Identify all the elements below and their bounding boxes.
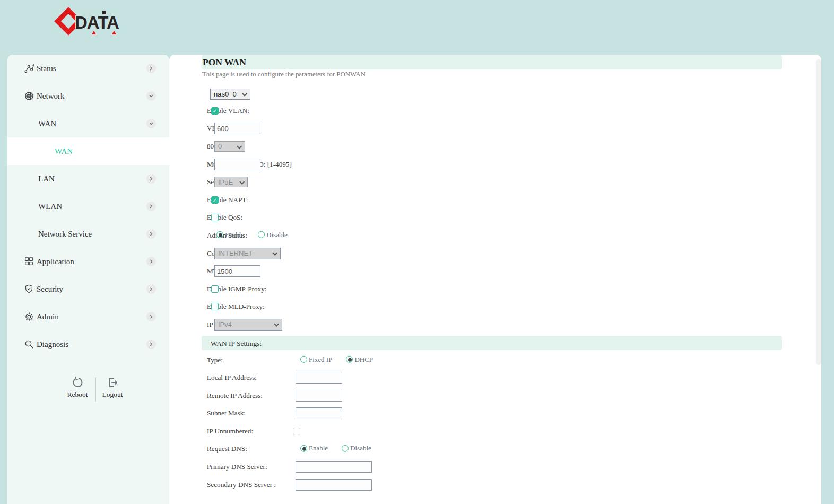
chevron-down-icon	[239, 179, 245, 185]
radio-icon	[258, 231, 265, 238]
enable-vlan-checkbox[interactable]: ✓	[211, 107, 219, 115]
reboot-button[interactable]: Reboot	[59, 376, 96, 399]
chevron-right-icon[interactable]	[146, 64, 156, 73]
sidebar-item-lan-l2[interactable]: LAN	[7, 165, 169, 193]
sidebar-item-label: Admin	[37, 312, 59, 321]
sidebar-item-label: Network	[37, 92, 65, 101]
chevron-right-icon[interactable]	[146, 257, 156, 266]
enable-napt-checkbox[interactable]: ✓	[211, 196, 219, 204]
mtu-input[interactable]	[214, 265, 260, 277]
sidebar-item-label: WLAN	[38, 202, 62, 211]
radio-label: Fixed IP	[309, 355, 332, 363]
type-radio-fixed-ip[interactable]: Fixed IP	[300, 355, 332, 363]
sidebar-item-application[interactable]: Application	[7, 248, 169, 275]
chevron-right-icon[interactable]	[146, 229, 156, 239]
vlan-id-input[interactable]	[214, 123, 260, 134]
sidebar-item-wlan-l2[interactable]: WLAN	[7, 193, 169, 220]
globe-icon	[24, 91, 34, 101]
radio-icon	[300, 356, 307, 363]
chevron-down-icon[interactable]	[146, 119, 156, 128]
sidebar-item-admin[interactable]: Admin	[7, 303, 169, 331]
radio-selected-icon	[300, 445, 307, 452]
logout-button[interactable]: Logout	[94, 376, 131, 399]
field-row-multicast-vlan-id-1-4095: Multicast VLAN ID: [1-4095]	[169, 155, 821, 173]
cdata-logo: DATA	[57, 6, 126, 37]
subnet-mask-input[interactable]	[296, 407, 342, 419]
sidebar-item-label: Security	[37, 285, 63, 294]
radio-icon	[342, 445, 349, 452]
interface-select[interactable]: nas0_0	[210, 89, 250, 100]
field-row-local-ip-address: Local IP Address:	[169, 369, 821, 387]
chevron-down-icon[interactable]	[146, 91, 156, 101]
field-row-vlan-id: VLAN ID:	[169, 120, 821, 138]
field-row-802-1p-mark: 802.1p_Mark0	[169, 137, 821, 155]
page-header: DATA	[0, 0, 834, 55]
wan-ip-form: Type:Fixed IPDHCPLocal IP Address:Remote…	[169, 351, 821, 494]
field-row-connection-type: Connection Type:INTERNET	[169, 245, 821, 263]
sidebar-item-wan-l3[interactable]: WAN	[7, 137, 169, 165]
logo-text: DATA	[75, 13, 119, 33]
chevron-right-icon[interactable]	[146, 202, 156, 211]
enable-mld-proxy-checkbox[interactable]	[211, 303, 219, 310]
radio-label: Enable	[225, 231, 244, 239]
field-label: Secondary DNS Server :	[207, 481, 276, 489]
field-row-mtu: MTU:	[169, 262, 821, 280]
sidebar-item-security[interactable]: Security	[7, 275, 169, 303]
local-ip-address-input[interactable]	[296, 372, 342, 384]
select-value: 0	[218, 142, 222, 150]
chevron-right-icon[interactable]	[146, 284, 156, 294]
field-row-enable-igmp-proxy: Enable IGMP-Proxy:	[169, 280, 821, 298]
sidebar-item-wan-l2[interactable]: WAN	[7, 110, 169, 137]
grid-icon	[24, 256, 34, 267]
radio-label: Disable	[350, 444, 371, 453]
chevron-right-icon[interactable]	[146, 340, 156, 349]
chevron-right-icon[interactable]	[146, 312, 156, 321]
scrollbar[interactable]	[816, 59, 821, 365]
sidebar-item-diagnosis[interactable]: Diagnosis	[7, 331, 169, 358]
logout-icon	[106, 376, 119, 389]
request-dns-radio-disable[interactable]: Disable	[342, 444, 371, 453]
field-row-type: Type:Fixed IPDHCP	[169, 351, 821, 369]
sidebar-item-network-service-l2[interactable]: Network Service	[7, 220, 169, 248]
enable-igmp-proxy-checkbox[interactable]	[211, 285, 219, 293]
radio-label: DHCP	[354, 355, 373, 363]
logout-label: Logout	[94, 390, 131, 399]
nodes-icon	[24, 63, 34, 74]
sidebar-item-status[interactable]: Status	[7, 55, 169, 82]
multicast-vlan-id-1-4095-input[interactable]	[214, 159, 260, 170]
service-type-select[interactable]: IPoE	[214, 177, 248, 187]
sidebar-item-label: Status	[37, 64, 56, 73]
field-label: IP Unnumbered:	[207, 427, 253, 436]
enable-qos-checkbox[interactable]	[211, 214, 219, 221]
field-label: Request DNS:	[207, 445, 247, 453]
admin-status-radio-disable[interactable]: Disable	[258, 231, 288, 239]
field-row-remote-ip-address: Remote IP Address:	[169, 387, 821, 405]
secondary-dns-server-input[interactable]	[296, 479, 372, 491]
sidebar-nav: Status Network WAN WANLAN WLAN Network S…	[7, 55, 169, 358]
type-radio-dhcp[interactable]: DHCP	[346, 355, 373, 363]
primary-dns-server-input[interactable]	[296, 461, 372, 473]
field-label: Primary DNS Server:	[207, 463, 267, 471]
interface-select-value: nas0_0	[214, 90, 237, 98]
radio-label: Disable	[266, 231, 288, 239]
radio-selected-icon	[346, 356, 353, 363]
ip-protocol-select[interactable]: IPv4	[214, 319, 282, 331]
remote-ip-address-input[interactable]	[296, 390, 342, 402]
field-row-primary-dns-server: Primary DNS Server:	[169, 458, 821, 476]
page-subtitle: This page is used to configure the param…	[202, 71, 821, 79]
connection-type-select[interactable]: INTERNET	[214, 248, 281, 259]
field-row-subnet-mask: Subnet Mask:	[169, 405, 821, 423]
magnifier-icon	[24, 339, 34, 350]
sidebar-item-network[interactable]: Network	[7, 82, 169, 110]
802-1p-mark-select[interactable]: 0	[214, 141, 245, 152]
request-dns-radio-enable[interactable]: Enable	[300, 444, 328, 453]
reboot-icon	[71, 376, 84, 389]
ip-unnumbered-checkbox	[293, 428, 300, 435]
chevron-down-icon	[274, 321, 279, 327]
select-value: IPv4	[218, 320, 232, 328]
chevron-right-icon[interactable]	[146, 174, 156, 184]
main-panel: PON WAN This page is used to configure t…	[169, 55, 821, 504]
admin-status-radio-enable[interactable]: Enable	[216, 231, 244, 239]
gear-icon	[24, 311, 34, 322]
field-row-secondary-dns-server: Secondary DNS Server :	[169, 476, 821, 494]
